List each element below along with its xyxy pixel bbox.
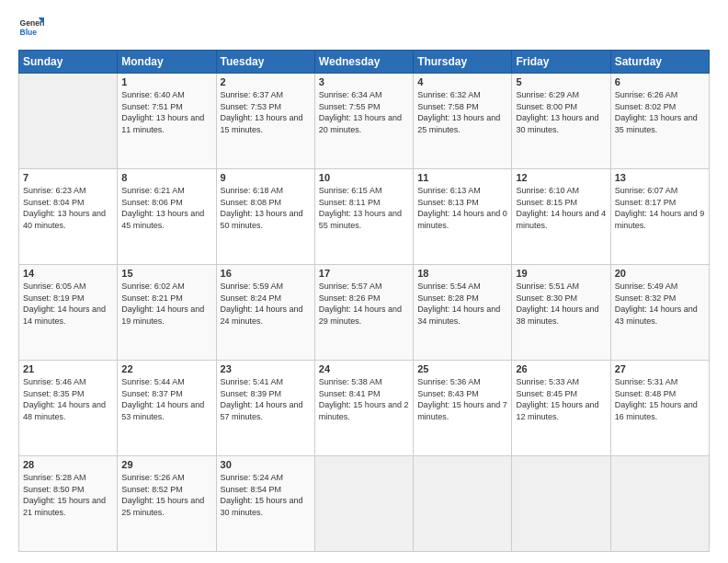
day-number: 22 [121,363,211,374]
day-number: 18 [417,268,507,279]
day-number: 29 [121,459,211,470]
calendar-cell: 5Sunrise: 6:29 AMSunset: 8:00 PMDaylight… [512,74,610,169]
cell-info: Sunrise: 5:38 AMSunset: 8:41 PMDaylight:… [319,377,409,421]
cell-info: Sunrise: 6:13 AMSunset: 8:13 PMDaylight:… [417,186,507,230]
week-row-1: 1Sunrise: 6:40 AMSunset: 7:51 PMDaylight… [19,74,710,169]
day-number: 5 [516,76,606,87]
day-number: 24 [319,363,409,374]
cell-info: Sunrise: 5:24 AMSunset: 8:54 PMDaylight:… [221,473,303,517]
calendar-cell: 18Sunrise: 5:54 AMSunset: 8:28 PMDayligh… [414,265,512,361]
day-header-sunday: Sunday [19,51,118,74]
day-number: 10 [319,172,409,183]
calendar-cell: 14Sunrise: 6:05 AMSunset: 8:19 PMDayligh… [19,265,118,361]
cell-info: Sunrise: 5:31 AMSunset: 8:48 PMDaylight:… [615,377,698,421]
svg-text:Blue: Blue [20,28,38,37]
day-number: 1 [121,76,211,87]
cell-info: Sunrise: 6:18 AMSunset: 8:08 PMDaylight:… [221,186,303,230]
cell-info: Sunrise: 5:28 AMSunset: 8:50 PMDaylight:… [23,473,106,517]
svg-text:General: General [20,18,44,28]
cell-info: Sunrise: 5:26 AMSunset: 8:52 PMDaylight:… [121,473,204,517]
day-number: 9 [221,172,311,183]
cell-info: Sunrise: 5:33 AMSunset: 8:45 PMDaylight:… [516,377,598,421]
cell-info: Sunrise: 6:05 AMSunset: 8:19 PMDaylight:… [23,282,106,326]
day-number: 30 [221,459,311,470]
calendar-cell: 9Sunrise: 6:18 AMSunset: 8:08 PMDaylight… [216,169,314,265]
calendar-cell: 3Sunrise: 6:34 AMSunset: 7:55 PMDaylight… [314,74,413,169]
calendar-cell [19,74,118,169]
week-row-3: 14Sunrise: 6:05 AMSunset: 8:19 PMDayligh… [19,265,710,361]
cell-info: Sunrise: 5:51 AMSunset: 8:30 PMDaylight:… [516,282,598,326]
calendar-cell: 27Sunrise: 5:31 AMSunset: 8:48 PMDayligh… [610,361,709,456]
calendar-cell: 28Sunrise: 5:28 AMSunset: 8:50 PMDayligh… [19,456,118,552]
cell-info: Sunrise: 5:49 AMSunset: 8:32 PMDaylight:… [615,282,698,326]
cell-info: Sunrise: 6:29 AMSunset: 8:00 PMDaylight:… [516,90,598,134]
day-header-monday: Monday [118,51,216,74]
cell-info: Sunrise: 6:10 AMSunset: 8:15 PMDaylight:… [516,186,606,230]
day-number: 11 [417,172,507,183]
day-header-friday: Friday [512,51,610,74]
cell-info: Sunrise: 6:07 AMSunset: 8:17 PMDaylight:… [615,186,705,230]
week-row-4: 21Sunrise: 5:46 AMSunset: 8:35 PMDayligh… [19,361,710,456]
calendar-cell: 29Sunrise: 5:26 AMSunset: 8:52 PMDayligh… [118,456,216,552]
calendar-cell [314,456,413,552]
logo: General Blue [18,15,44,40]
day-number: 23 [221,363,311,374]
calendar-cell: 7Sunrise: 6:23 AMSunset: 8:04 PMDaylight… [19,169,118,265]
cell-info: Sunrise: 6:40 AMSunset: 7:51 PMDaylight:… [121,90,204,134]
calendar-body: 1Sunrise: 6:40 AMSunset: 7:51 PMDaylight… [19,74,710,552]
logo-icon: General Blue [18,15,44,40]
day-number: 4 [417,76,507,87]
calendar-cell [610,456,709,552]
calendar-cell: 17Sunrise: 5:57 AMSunset: 8:26 PMDayligh… [314,265,413,361]
calendar-cell: 22Sunrise: 5:44 AMSunset: 8:37 PMDayligh… [118,361,216,456]
calendar-cell: 25Sunrise: 5:36 AMSunset: 8:43 PMDayligh… [414,361,512,456]
day-header-thursday: Thursday [414,51,512,74]
calendar-cell: 12Sunrise: 6:10 AMSunset: 8:15 PMDayligh… [512,169,610,265]
calendar-cell: 8Sunrise: 6:21 AMSunset: 8:06 PMDaylight… [118,169,216,265]
calendar-cell: 30Sunrise: 5:24 AMSunset: 8:54 PMDayligh… [216,456,314,552]
day-header-wednesday: Wednesday [314,51,413,74]
day-number: 8 [121,172,211,183]
day-number: 26 [516,363,606,374]
calendar-cell: 20Sunrise: 5:49 AMSunset: 8:32 PMDayligh… [610,265,709,361]
calendar-cell: 11Sunrise: 6:13 AMSunset: 8:13 PMDayligh… [414,169,512,265]
day-header-tuesday: Tuesday [216,51,314,74]
day-number: 3 [319,76,409,87]
cell-info: Sunrise: 6:21 AMSunset: 8:06 PMDaylight:… [121,186,204,230]
cell-info: Sunrise: 6:34 AMSunset: 7:55 PMDaylight:… [319,90,402,134]
calendar-cell: 24Sunrise: 5:38 AMSunset: 8:41 PMDayligh… [314,361,413,456]
day-number: 19 [516,268,606,279]
day-number: 14 [23,268,113,279]
week-row-5: 28Sunrise: 5:28 AMSunset: 8:50 PMDayligh… [19,456,710,552]
day-number: 25 [417,363,507,374]
cell-info: Sunrise: 6:26 AMSunset: 8:02 PMDaylight:… [615,90,698,134]
cell-info: Sunrise: 5:44 AMSunset: 8:37 PMDaylight:… [121,377,204,421]
calendar-cell: 15Sunrise: 6:02 AMSunset: 8:21 PMDayligh… [118,265,216,361]
day-header-saturday: Saturday [610,51,709,74]
week-row-2: 7Sunrise: 6:23 AMSunset: 8:04 PMDaylight… [19,169,710,265]
calendar-cell: 2Sunrise: 6:37 AMSunset: 7:53 PMDaylight… [216,74,314,169]
calendar-cell: 16Sunrise: 5:59 AMSunset: 8:24 PMDayligh… [216,265,314,361]
cell-info: Sunrise: 5:57 AMSunset: 8:26 PMDaylight:… [319,282,402,326]
day-number: 2 [221,76,311,87]
calendar-cell: 23Sunrise: 5:41 AMSunset: 8:39 PMDayligh… [216,361,314,456]
day-number: 13 [615,172,705,183]
calendar-cell: 4Sunrise: 6:32 AMSunset: 7:58 PMDaylight… [414,74,512,169]
cell-info: Sunrise: 6:15 AMSunset: 8:11 PMDaylight:… [319,186,402,230]
day-number: 12 [516,172,606,183]
cell-info: Sunrise: 6:37 AMSunset: 7:53 PMDaylight:… [221,90,303,134]
calendar-table: SundayMondayTuesdayWednesdayThursdayFrid… [18,50,710,552]
calendar-cell: 13Sunrise: 6:07 AMSunset: 8:17 PMDayligh… [610,169,709,265]
calendar-cell: 10Sunrise: 6:15 AMSunset: 8:11 PMDayligh… [314,169,413,265]
cell-info: Sunrise: 5:54 AMSunset: 8:28 PMDaylight:… [417,282,500,326]
cell-info: Sunrise: 5:46 AMSunset: 8:35 PMDaylight:… [23,377,106,421]
cell-info: Sunrise: 6:02 AMSunset: 8:21 PMDaylight:… [121,282,204,326]
day-number: 28 [23,459,113,470]
day-number: 21 [23,363,113,374]
calendar-cell: 1Sunrise: 6:40 AMSunset: 7:51 PMDaylight… [118,74,216,169]
day-number: 7 [23,172,113,183]
calendar-cell: 26Sunrise: 5:33 AMSunset: 8:45 PMDayligh… [512,361,610,456]
day-number: 27 [615,363,705,374]
calendar-cell [414,456,512,552]
day-number: 15 [121,268,211,279]
